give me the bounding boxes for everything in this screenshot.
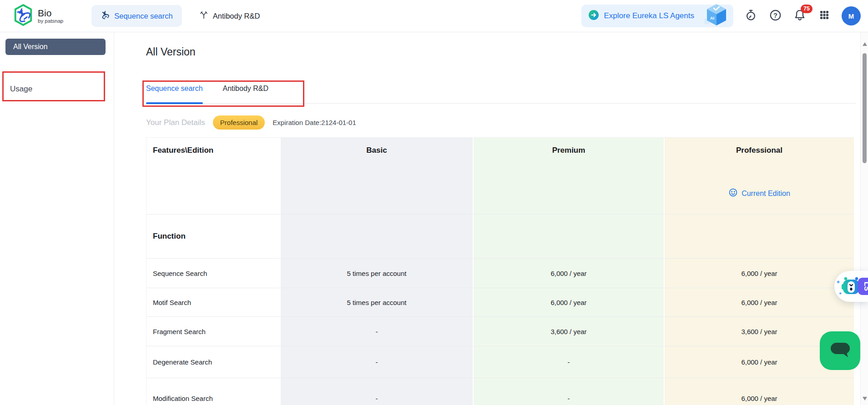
svg-text:?: ? (773, 11, 777, 19)
antibody-icon (199, 10, 208, 21)
value-basic: - (280, 378, 473, 405)
scrollbar-up-arrow[interactable] (863, 42, 867, 46)
main-content: All Version Sequence search Antibody R&D… (114, 32, 860, 405)
plan-details-row: Your Plan Details Professional Expiratio… (146, 115, 860, 130)
page-title: All Version (146, 45, 860, 59)
smiley-icon (728, 188, 738, 199)
value-basic: - (280, 317, 473, 346)
app-logo[interactable]: Bio by patsnap (13, 4, 63, 28)
svg-text:AI: AI (710, 16, 714, 20)
history-timer-button[interactable] (743, 9, 758, 23)
feature-label: Modification Search (146, 378, 280, 405)
current-edition-indicator: Current Edition (665, 188, 854, 199)
logo-subtitle: by patsnap (38, 19, 63, 24)
top-navigation: Sequence search Antibody R&D (91, 5, 260, 27)
logo-title: Bio (38, 8, 63, 18)
plan-details-label: Your Plan Details (146, 118, 205, 127)
value-professional: 6,000 / year (664, 259, 854, 288)
section-cell-basic (280, 215, 473, 259)
value-premium: 6,000 / year (473, 288, 664, 317)
feature-label: Motif Search (146, 288, 280, 317)
plan-expiration: Expiration Date:2124-01-01 (273, 119, 356, 126)
scrollbar-down-arrow[interactable] (863, 397, 867, 400)
sparkle-icon: ✦ (836, 279, 841, 285)
value-premium: - (473, 346, 664, 378)
value-basic: 5 times per account (280, 259, 473, 288)
value-basic: 5 times per account (280, 288, 473, 317)
column-header-basic: Basic (280, 137, 473, 215)
plan-badge: Professional (213, 115, 265, 130)
explore-eureka-button[interactable]: Explore Eureka LS Agents AI (581, 5, 733, 27)
value-premium: - (473, 378, 664, 405)
nav-sequence-search[interactable]: Sequence search (91, 5, 182, 27)
vertical-scrollbar[interactable] (860, 32, 868, 405)
feature-label: Sequence Search (146, 259, 280, 288)
feature-label: Fragment Search (146, 317, 280, 346)
ai-cube-icon: AI (701, 2, 732, 31)
plan-comparison-table: Features\Edition Basic Premium Professio… (146, 137, 860, 405)
column-header-features: Features\Edition (146, 137, 280, 215)
current-edition-label: Current Edition (742, 190, 790, 198)
arrow-circle-icon (588, 10, 599, 22)
top-right-actions: Explore Eureka LS Agents AI (581, 5, 861, 27)
logo-text: Bio by patsnap (38, 8, 63, 24)
nav-sequence-search-label: Sequence search (114, 12, 172, 20)
scrollbar-thumb[interactable] (863, 53, 867, 163)
grid-icon (819, 10, 830, 22)
value-professional: 6,000 / year (664, 288, 854, 317)
apps-grid-button[interactable] (817, 9, 832, 23)
column-header-professional: Professional Current Edition (664, 137, 854, 215)
nav-antibody-rd-label: Antibody R&D (213, 12, 260, 20)
value-premium: 3,600 / year (473, 317, 664, 346)
stopwatch-icon (745, 9, 757, 23)
chat-bubble-icon (829, 341, 851, 360)
question-circle-icon: ? (769, 9, 782, 23)
section-cell-premium (473, 215, 664, 259)
value-premium: 6,000 / year (473, 259, 664, 288)
dna-icon (101, 10, 110, 21)
notifications-button[interactable]: 75 (792, 9, 807, 23)
sidebar: All Version Usage (0, 32, 114, 405)
user-avatar[interactable]: M (842, 6, 861, 25)
sidebar-item-all-version[interactable]: All Version (5, 39, 106, 55)
feature-label: Degenerate Search (146, 346, 280, 378)
value-professional: 6,000 / year (664, 378, 854, 405)
nav-antibody-rd[interactable]: Antibody R&D (199, 10, 260, 21)
ls-badge: LS (858, 278, 868, 295)
help-button[interactable]: ? (768, 9, 782, 23)
top-bar: Bio by patsnap Sequence search (0, 0, 868, 32)
live-chat-button[interactable] (820, 331, 860, 370)
section-cell-professional (664, 215, 854, 259)
tab-sequence-search[interactable]: Sequence search (146, 84, 203, 103)
column-header-premium: Premium (473, 137, 664, 215)
app-window: Bio by patsnap Sequence search (0, 0, 868, 405)
section-header-function: Function (146, 215, 280, 259)
value-basic: - (280, 346, 473, 378)
explore-eureka-label: Explore Eureka LS Agents (604, 11, 694, 20)
bio-hexagon-dna-icon (13, 4, 34, 28)
tab-antibody-rd[interactable]: Antibody R&D (223, 84, 269, 103)
tab-bar: Sequence search Antibody R&D (146, 84, 856, 104)
notification-count-badge: 75 (801, 5, 812, 13)
sidebar-item-usage[interactable]: Usage (0, 85, 114, 94)
eureka-ls-assistant-widget[interactable]: ✦ ✦ LS (834, 271, 868, 302)
